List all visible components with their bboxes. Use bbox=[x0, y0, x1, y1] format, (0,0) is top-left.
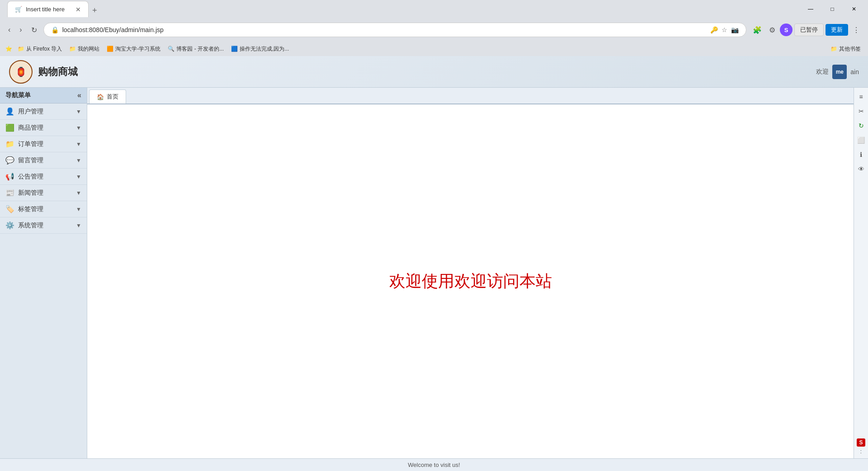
right-panel-bottom: S : bbox=[857, 438, 865, 455]
bookmark-icon: 🔍 bbox=[168, 46, 175, 52]
bookmark-cnblogs[interactable]: 🔍 博客园 - 开发者的... bbox=[166, 44, 226, 54]
content-tabs: 🏠 首页 bbox=[87, 88, 854, 104]
sidebar-item-label: 商品管理 bbox=[18, 124, 43, 132]
sidebar-item-messages[interactable]: 💬 留言管理 ▼ bbox=[0, 152, 87, 169]
sidebar-item-left: 🟩 商品管理 bbox=[5, 123, 43, 132]
more-options-button[interactable]: ⋮ bbox=[850, 24, 863, 36]
order-management-icon: 📁 bbox=[5, 140, 14, 148]
tab-home[interactable]: 🏠 首页 bbox=[89, 89, 126, 104]
bookmark-icon: 📁 bbox=[18, 46, 24, 52]
message-management-icon: 💬 bbox=[5, 156, 14, 165]
logo-icon: 🏮 bbox=[9, 60, 33, 84]
news-management-icon: 📰 bbox=[5, 188, 14, 197]
welcome-area: 欢迎 me ain bbox=[816, 65, 859, 79]
bookmark-firefox[interactable]: 📁 从 Firefox 导入 bbox=[16, 44, 64, 54]
logo-text: 购物商城 bbox=[38, 65, 78, 79]
sidebar: 导航菜单 « 👤 用户管理 ▼ 🟩 商品管理 ▼ 📁 bbox=[0, 88, 87, 458]
sidebar-header: 导航菜单 « bbox=[0, 88, 87, 104]
forward-button[interactable]: › bbox=[17, 24, 24, 36]
home-tab-icon: 🏠 bbox=[97, 94, 104, 100]
right-panel-info-icon: ℹ bbox=[856, 149, 867, 160]
maximize-button[interactable]: □ bbox=[822, 0, 843, 18]
sidebar-item-news[interactable]: 📰 新闻管理 ▼ bbox=[0, 185, 87, 201]
settings-button[interactable]: ⚙ bbox=[766, 24, 778, 36]
bookmark-label: 博客园 - 开发者的... bbox=[176, 45, 224, 53]
sidebar-item-label: 公告管理 bbox=[18, 173, 43, 181]
right-panel-refresh-button[interactable]: ↻ bbox=[856, 120, 867, 131]
footer: Welcome to visit us! bbox=[0, 458, 868, 471]
bookmark-icon: 🟦 bbox=[231, 46, 238, 52]
minimize-button[interactable]: — bbox=[800, 0, 821, 18]
tab-title: Insert title here bbox=[26, 6, 72, 13]
bookmarks-label: ⭐ bbox=[5, 46, 12, 52]
s-badge: S bbox=[857, 438, 865, 447]
sidebar-item-left: 📁 订单管理 bbox=[5, 140, 43, 148]
bookmark-others[interactable]: 📁 其他书签 bbox=[829, 44, 863, 54]
expand-arrow-icon: ▼ bbox=[76, 222, 81, 229]
bookmark-icon: 🟧 bbox=[107, 46, 113, 52]
sidebar-item-label: 标签管理 bbox=[18, 205, 43, 213]
bookmark-label: 其他书签 bbox=[839, 45, 861, 53]
sidebar-item-announcements[interactable]: 📢 公告管理 ▼ bbox=[0, 169, 87, 185]
tab-close-button[interactable]: ✕ bbox=[75, 6, 81, 13]
bookmark-taobao[interactable]: 🟧 淘宝大学-学习系统 bbox=[105, 44, 162, 54]
extensions-button[interactable]: 🧩 bbox=[750, 24, 764, 36]
footer-text: Welcome to visit us! bbox=[408, 462, 460, 468]
sidebar-item-left: 📰 新闻管理 bbox=[5, 188, 43, 197]
logo-area: 🏮 购物商城 bbox=[9, 60, 78, 84]
content-area: 🏠 首页 欢迎使用欢迎访问本站 bbox=[87, 88, 854, 458]
sidebar-item-label: 用户管理 bbox=[18, 108, 43, 116]
address-input[interactable]: 🔒 localhost:8080/Ebuy/admin/main.jsp 🔑 ☆… bbox=[43, 23, 746, 37]
avatar-text: me bbox=[836, 69, 844, 75]
sidebar-item-left: 💬 留言管理 bbox=[5, 156, 43, 165]
sidebar-item-label: 留言管理 bbox=[18, 156, 43, 165]
tab-home-label: 首页 bbox=[107, 93, 118, 101]
expand-arrow-icon: ▼ bbox=[76, 141, 81, 147]
browser-tab[interactable]: 🛒 Insert title here ✕ bbox=[7, 1, 89, 17]
key-icon[interactable]: 🔑 bbox=[710, 26, 718, 33]
tag-management-icon: 🏷️ bbox=[5, 205, 14, 213]
app-header: 🏮 购物商城 欢迎 me ain bbox=[0, 56, 868, 88]
star-icon[interactable]: ☆ bbox=[722, 26, 727, 33]
announcement-management-icon: 📢 bbox=[5, 172, 14, 181]
other-bookmarks: 📁 其他书签 bbox=[829, 44, 863, 54]
sidebar-item-users[interactable]: 👤 用户管理 ▼ bbox=[0, 104, 87, 120]
sidebar-item-orders[interactable]: 📁 订单管理 ▼ bbox=[0, 136, 87, 152]
welcome-message: 欢迎使用欢迎访问本站 bbox=[389, 270, 552, 292]
bookmark-label: 淘宝大学-学习系统 bbox=[115, 45, 160, 53]
sidebar-item-products[interactable]: 🟩 商品管理 ▼ bbox=[0, 120, 87, 136]
sidebar-item-left: 📢 公告管理 bbox=[5, 172, 43, 181]
toolbar-icons: 🧩 ⚙ S 已暂停 更新 ⋮ bbox=[750, 24, 863, 36]
address-bar: ‹ › ↻ 🔒 localhost:8080/Ebuy/admin/main.j… bbox=[0, 18, 868, 42]
profile-button[interactable]: S bbox=[780, 24, 793, 36]
back-button[interactable]: ‹ bbox=[5, 24, 13, 36]
tab-bar: 🛒 Insert title here ✕ + bbox=[4, 1, 104, 17]
right-panel-menu-button[interactable]: ≡ bbox=[856, 91, 867, 102]
sidebar-item-label: 订单管理 bbox=[18, 140, 43, 148]
expand-arrow-icon: ▼ bbox=[76, 206, 81, 212]
close-button[interactable]: ✕ bbox=[844, 0, 864, 18]
bookmark-label: 操作无法完成,因为... bbox=[240, 45, 289, 53]
bookmark-label: 从 Firefox 导入 bbox=[26, 45, 62, 53]
new-tab-button[interactable]: + bbox=[89, 4, 101, 17]
bookmark-ops[interactable]: 🟦 操作无法完成,因为... bbox=[229, 44, 291, 54]
refresh-button[interactable]: ↻ bbox=[28, 24, 40, 36]
sidebar-item-system[interactable]: ⚙️ 系统管理 ▼ bbox=[0, 217, 87, 234]
sidebar-item-tags[interactable]: 🏷️ 标签管理 ▼ bbox=[0, 201, 87, 217]
lock-icon: 🔒 bbox=[51, 26, 59, 33]
right-panel-tool-button[interactable]: ✂ bbox=[856, 106, 867, 117]
pause-button[interactable]: 已暂停 bbox=[794, 24, 824, 36]
content-body: 欢迎使用欢迎访问本站 bbox=[87, 104, 854, 458]
sidebar-collapse-button[interactable]: « bbox=[77, 91, 81, 99]
admin-label: ain bbox=[850, 68, 859, 75]
right-panel-screen-icon[interactable]: ⬜ bbox=[856, 135, 867, 146]
expand-arrow-icon: ▼ bbox=[76, 174, 81, 180]
bookmark-label: 我的网站 bbox=[78, 45, 99, 53]
screenshot-icon[interactable]: 📷 bbox=[731, 26, 739, 33]
right-panel-eye-icon[interactable]: 👁 bbox=[856, 164, 867, 174]
update-button[interactable]: 更新 bbox=[826, 24, 848, 36]
sidebar-item-left: 👤 用户管理 bbox=[5, 107, 43, 116]
bookmark-mysite[interactable]: 📁 我的网站 bbox=[67, 44, 101, 54]
welcome-text: 欢迎 bbox=[816, 68, 829, 76]
folder-icon: 📁 bbox=[830, 46, 837, 52]
